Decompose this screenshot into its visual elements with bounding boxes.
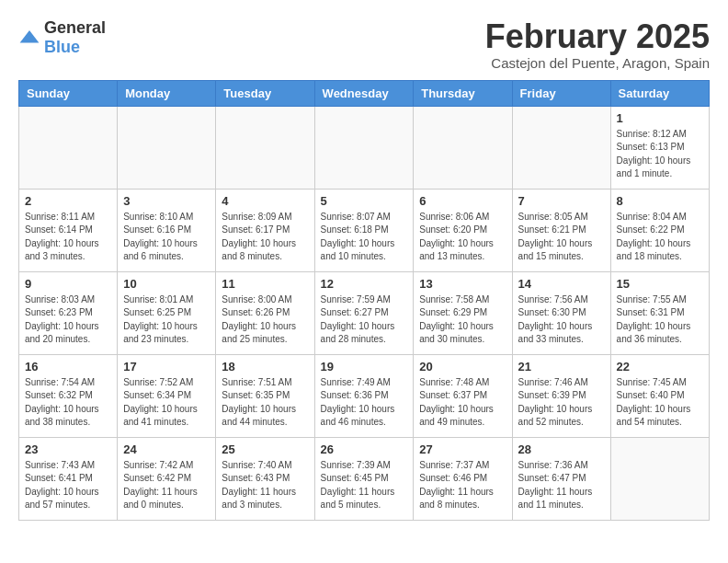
day-number: 16 (25, 360, 111, 373)
week-row-4: 16Sunrise: 7:54 AM Sunset: 6:32 PM Dayli… (19, 354, 710, 437)
day-number: 9 (25, 277, 111, 291)
calendar-cell: 17Sunrise: 7:52 AM Sunset: 6:34 PM Dayli… (118, 354, 216, 437)
calendar-cell: 12Sunrise: 7:59 AM Sunset: 6:27 PM Dayli… (314, 271, 414, 354)
calendar-cell: 10Sunrise: 8:01 AM Sunset: 6:25 PM Dayli… (118, 271, 216, 354)
calendar-cell: 26Sunrise: 7:39 AM Sunset: 6:45 PM Dayli… (314, 437, 414, 520)
day-info: Sunrise: 7:40 AM Sunset: 6:43 PM Dayligh… (222, 459, 308, 512)
weekday-header-monday: Monday (118, 80, 216, 106)
calendar-cell: 22Sunrise: 7:45 AM Sunset: 6:40 PM Dayli… (610, 354, 709, 437)
calendar-cell: 13Sunrise: 7:58 AM Sunset: 6:29 PM Dayli… (414, 271, 512, 354)
day-number: 20 (419, 360, 506, 373)
weekday-header-wednesday: Wednesday (314, 80, 414, 106)
calendar-cell: 7Sunrise: 8:05 AM Sunset: 6:21 PM Daylig… (512, 189, 610, 271)
day-info: Sunrise: 7:43 AM Sunset: 6:41 PM Dayligh… (25, 459, 111, 512)
day-info: Sunrise: 7:45 AM Sunset: 6:40 PM Dayligh… (617, 376, 703, 430)
day-number: 11 (222, 277, 308, 291)
day-info: Sunrise: 8:01 AM Sunset: 6:25 PM Dayligh… (123, 293, 210, 347)
day-number: 21 (518, 360, 605, 373)
day-number: 27 (419, 442, 506, 456)
day-number: 6 (419, 194, 506, 208)
calendar-cell: 9Sunrise: 8:03 AM Sunset: 6:23 PM Daylig… (19, 271, 118, 354)
day-info: Sunrise: 7:46 AM Sunset: 6:39 PM Dayligh… (518, 376, 605, 430)
day-info: Sunrise: 8:09 AM Sunset: 6:17 PM Dayligh… (222, 211, 308, 264)
day-number: 25 (222, 442, 308, 456)
day-number: 22 (617, 360, 703, 373)
day-info: Sunrise: 7:52 AM Sunset: 6:34 PM Dayligh… (123, 376, 210, 430)
day-info: Sunrise: 8:00 AM Sunset: 6:26 PM Dayligh… (222, 293, 308, 347)
day-number: 17 (123, 360, 210, 373)
logo-icon (18, 27, 40, 49)
day-info: Sunrise: 8:12 AM Sunset: 6:13 PM Dayligh… (617, 128, 703, 181)
day-number: 1 (617, 111, 703, 125)
calendar-cell (19, 106, 118, 189)
calendar-cell: 24Sunrise: 7:42 AM Sunset: 6:42 PM Dayli… (118, 437, 216, 520)
day-info: Sunrise: 7:48 AM Sunset: 6:37 PM Dayligh… (419, 376, 506, 430)
calendar-cell: 16Sunrise: 7:54 AM Sunset: 6:32 PM Dayli… (19, 354, 118, 437)
calendar-cell (314, 106, 414, 189)
calendar-cell: 19Sunrise: 7:49 AM Sunset: 6:36 PM Dayli… (314, 354, 414, 437)
location: Castejon del Puente, Aragon, Spain (485, 55, 710, 71)
day-number: 18 (222, 360, 308, 373)
weekday-header-sunday: Sunday (19, 80, 118, 106)
calendar-cell (610, 437, 709, 520)
day-info: Sunrise: 8:04 AM Sunset: 6:22 PM Dayligh… (617, 211, 703, 264)
weekday-header-tuesday: Tuesday (216, 80, 314, 106)
week-row-3: 9Sunrise: 8:03 AM Sunset: 6:23 PM Daylig… (19, 271, 710, 354)
day-info: Sunrise: 7:42 AM Sunset: 6:42 PM Dayligh… (123, 459, 210, 512)
day-info: Sunrise: 8:10 AM Sunset: 6:16 PM Dayligh… (123, 211, 210, 264)
calendar-cell: 20Sunrise: 7:48 AM Sunset: 6:37 PM Dayli… (414, 354, 512, 437)
day-number: 5 (321, 194, 408, 208)
day-number: 3 (123, 194, 210, 208)
calendar-cell: 4Sunrise: 8:09 AM Sunset: 6:17 PM Daylig… (216, 189, 314, 271)
weekday-header-saturday: Saturday (610, 80, 709, 106)
day-info: Sunrise: 7:36 AM Sunset: 6:47 PM Dayligh… (518, 459, 605, 512)
day-info: Sunrise: 7:54 AM Sunset: 6:32 PM Dayligh… (25, 376, 111, 430)
logo-general: General (44, 18, 106, 37)
day-info: Sunrise: 7:39 AM Sunset: 6:45 PM Dayligh… (321, 459, 408, 512)
day-number: 13 (419, 277, 506, 291)
day-number: 8 (617, 194, 703, 208)
day-number: 23 (25, 442, 111, 456)
calendar-cell: 8Sunrise: 8:04 AM Sunset: 6:22 PM Daylig… (610, 189, 709, 271)
calendar-cell: 25Sunrise: 7:40 AM Sunset: 6:43 PM Dayli… (216, 437, 314, 520)
day-info: Sunrise: 8:07 AM Sunset: 6:18 PM Dayligh… (321, 211, 408, 264)
day-number: 24 (123, 442, 210, 456)
day-number: 19 (321, 360, 408, 373)
day-number: 26 (321, 442, 408, 456)
day-info: Sunrise: 8:03 AM Sunset: 6:23 PM Dayligh… (25, 293, 111, 347)
calendar-cell: 1Sunrise: 8:12 AM Sunset: 6:13 PM Daylig… (610, 106, 709, 189)
day-number: 10 (123, 277, 210, 291)
week-row-2: 2Sunrise: 8:11 AM Sunset: 6:14 PM Daylig… (19, 189, 710, 271)
calendar-cell: 27Sunrise: 7:37 AM Sunset: 6:46 PM Dayli… (414, 437, 512, 520)
day-info: Sunrise: 8:05 AM Sunset: 6:21 PM Dayligh… (518, 211, 605, 264)
weekday-header-friday: Friday (512, 80, 610, 106)
calendar-cell (414, 106, 512, 189)
svg-marker-0 (20, 30, 40, 43)
calendar-cell: 6Sunrise: 8:06 AM Sunset: 6:20 PM Daylig… (414, 189, 512, 271)
day-number: 28 (518, 442, 605, 456)
calendar-cell: 3Sunrise: 8:10 AM Sunset: 6:16 PM Daylig… (118, 189, 216, 271)
title-block: February 2025 Castejon del Puente, Arago… (485, 18, 710, 71)
calendar-cell: 2Sunrise: 8:11 AM Sunset: 6:14 PM Daylig… (19, 189, 118, 271)
logo-blue: Blue (44, 38, 80, 56)
week-row-5: 23Sunrise: 7:43 AM Sunset: 6:41 PM Dayli… (19, 437, 710, 520)
calendar-cell: 28Sunrise: 7:36 AM Sunset: 6:47 PM Dayli… (512, 437, 610, 520)
month-title: February 2025 (485, 18, 710, 55)
day-number: 4 (222, 194, 308, 208)
calendar-cell: 15Sunrise: 7:55 AM Sunset: 6:31 PM Dayli… (610, 271, 709, 354)
page-header: General Blue February 2025 Castejon del … (18, 18, 710, 71)
calendar-cell (216, 106, 314, 189)
day-number: 15 (617, 277, 703, 291)
logo-text: General Blue (44, 18, 106, 57)
day-info: Sunrise: 7:51 AM Sunset: 6:35 PM Dayligh… (222, 376, 308, 430)
weekday-header-row: SundayMondayTuesdayWednesdayThursdayFrid… (19, 80, 710, 106)
day-info: Sunrise: 7:55 AM Sunset: 6:31 PM Dayligh… (617, 293, 703, 347)
calendar-cell: 18Sunrise: 7:51 AM Sunset: 6:35 PM Dayli… (216, 354, 314, 437)
week-row-1: 1Sunrise: 8:12 AM Sunset: 6:13 PM Daylig… (19, 106, 710, 189)
calendar-cell: 14Sunrise: 7:56 AM Sunset: 6:30 PM Dayli… (512, 271, 610, 354)
day-info: Sunrise: 7:59 AM Sunset: 6:27 PM Dayligh… (321, 293, 408, 347)
calendar-table: SundayMondayTuesdayWednesdayThursdayFrid… (18, 80, 710, 521)
calendar-cell: 11Sunrise: 8:00 AM Sunset: 6:26 PM Dayli… (216, 271, 314, 354)
calendar-cell: 5Sunrise: 8:07 AM Sunset: 6:18 PM Daylig… (314, 189, 414, 271)
calendar-cell (512, 106, 610, 189)
